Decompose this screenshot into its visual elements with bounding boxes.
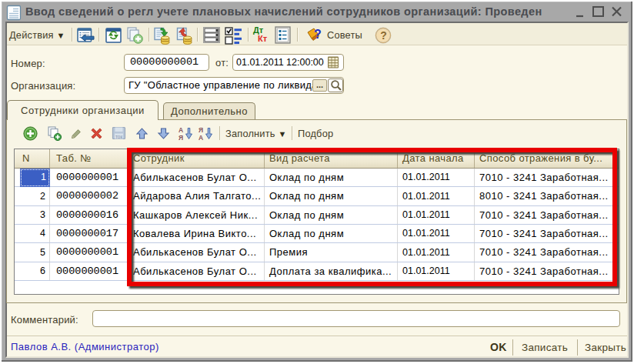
svg-text:?: ? — [380, 29, 387, 42]
svg-text:А: А — [179, 126, 183, 134]
svg-text:Я: Я — [199, 126, 203, 134]
svg-text:ток: ток — [115, 134, 122, 139]
svg-text:А: А — [199, 134, 203, 142]
svg-text:?: ? — [314, 28, 322, 41]
svg-text:Я: Я — [179, 134, 183, 142]
